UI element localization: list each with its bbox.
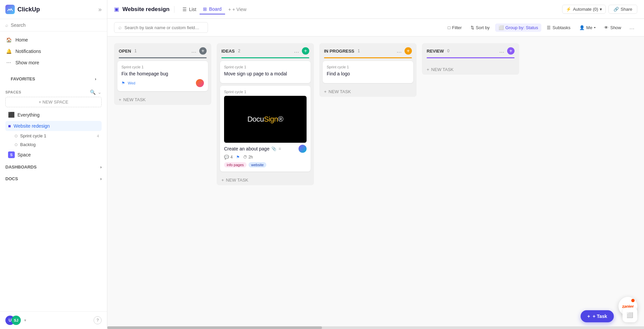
toolbar-right: □ Filter ⇅ Sort by ⬜ Group by: Status ☰ …: [444, 23, 637, 32]
new-space-button[interactable]: + NEW SPACE: [5, 97, 102, 107]
column-review-status-bar: [427, 57, 515, 58]
column-ideas-name: IDEAS: [221, 49, 235, 54]
column-review-add-button[interactable]: +: [507, 47, 515, 55]
sidebar-item-home[interactable]: 🏠 Home: [0, 34, 107, 46]
sidebar-collapse-button[interactable]: »: [98, 6, 102, 13]
column-review-menu-button[interactable]: …: [498, 47, 506, 55]
column-ideas-header: IDEAS 2 … +: [217, 43, 314, 57]
group-by-button[interactable]: ⬜ Group by: Status: [495, 23, 542, 32]
card-fix-homepage-footer: ⚑ Wed: [121, 79, 204, 87]
card-create-about[interactable]: Sprint cycle 1 DocuSign® Create an about…: [220, 86, 311, 172]
time-value: 2h: [249, 155, 253, 159]
docs-header[interactable]: DOCS ›: [0, 173, 107, 185]
docusign-image: DocuSign®: [224, 96, 307, 143]
sidebar-item-everything[interactable]: ⬛ Everything: [5, 109, 102, 120]
top-bar-right: ⚡ Automate (0) ▾ 🔗 Share: [562, 5, 637, 14]
column-in-progress-add-button[interactable]: +: [405, 47, 412, 55]
subtasks-label: Subtasks: [552, 25, 570, 30]
sidebar-search-bar[interactable]: ⌕: [0, 19, 107, 31]
tab-board[interactable]: ⊞ Board: [200, 4, 225, 14]
add-task-fab-label: + Task: [593, 314, 607, 319]
card-move-signup-sprint: Sprint cycle 1: [224, 65, 307, 69]
column-ideas-status-bar: [221, 57, 309, 58]
filter-icon: □: [448, 25, 450, 30]
column-in-progress-menu-button[interactable]: …: [395, 47, 403, 55]
spaces-section: SPACES 🔍 ⌄ + NEW SPACE ⬛ Everything ■ We…: [0, 85, 107, 161]
column-open-cards: Sprint cycle 1 Fix the homepage bug ⚑ We…: [114, 61, 211, 94]
filter-button[interactable]: □ Filter: [444, 23, 465, 32]
column-open: OPEN 1 … + Sprint cycle 1 Fix the homepa…: [114, 43, 211, 105]
new-task-ideas-icon: +: [221, 178, 224, 183]
card-create-about-time: ⏱ 2h: [243, 155, 253, 159]
card-move-signup-title: Move sign up page to a modal: [224, 71, 307, 76]
backlog-label: Backlog: [20, 142, 36, 147]
sidebar-item-notifications[interactable]: 🔔 Notifications: [0, 46, 107, 57]
column-review-cards: [422, 61, 519, 64]
column-ideas-menu-button[interactable]: …: [292, 47, 301, 55]
subtasks-icon: ☰: [547, 25, 551, 30]
add-task-fab-icon: +: [587, 314, 590, 319]
docs-chevron-icon: ›: [100, 176, 102, 181]
share-button[interactable]: 🔗 Share: [608, 5, 637, 14]
column-open-add-button[interactable]: +: [199, 47, 207, 55]
dashboards-chevron-icon: ›: [100, 164, 102, 170]
backlog-dot-icon: [15, 143, 17, 146]
column-in-progress-cards: Sprint cycle 1 Find a logo: [319, 61, 417, 86]
dashboards-header[interactable]: DASHBOARDS ›: [0, 161, 107, 173]
add-task-fab-button[interactable]: + + Task: [581, 310, 614, 322]
sidebar-item-backlog[interactable]: Backlog: [5, 140, 102, 149]
grid-view-fab-button[interactable]: ⬜: [623, 308, 637, 322]
show-icon: 👁: [604, 25, 608, 30]
user-avatar-sj[interactable]: SJ: [11, 316, 21, 325]
automate-label: Automate (0): [573, 7, 598, 12]
board-horizontal-scrollbar[interactable]: [107, 326, 644, 329]
tab-list[interactable]: ☰ List: [179, 5, 200, 14]
group-icon: ⬜: [498, 25, 504, 30]
new-task-open-button[interactable]: + NEW TASK: [114, 94, 211, 105]
favorites-label: FAVORITES: [11, 76, 35, 81]
sidebar-item-sprint-cycle-1[interactable]: Sprint cycle 1 4: [5, 132, 102, 140]
user-chevron-icon[interactable]: ▾: [24, 318, 26, 323]
sidebar-item-website-redesign[interactable]: ■ Website redesign: [5, 121, 102, 131]
card-fix-homepage-title: Fix the homepage bug: [121, 71, 204, 76]
column-in-progress-header: IN PROGRESS 1 … +: [319, 43, 417, 57]
favorites-chevron-icon: ›: [95, 76, 96, 81]
column-open-menu-button[interactable]: …: [190, 47, 198, 55]
card-move-signup[interactable]: Sprint cycle 1 Move sign up page to a mo…: [220, 61, 311, 83]
app-name: ClickUp: [17, 6, 40, 13]
column-ideas-add-button[interactable]: +: [302, 47, 309, 55]
task-search-input[interactable]: [124, 25, 204, 30]
spaces-chevron-icon[interactable]: ⌄: [98, 89, 102, 95]
favorites-header[interactable]: FAVORITES ›: [5, 73, 102, 85]
more-options-button[interactable]: …: [627, 23, 637, 32]
spaces-search-icon[interactable]: 🔍: [90, 89, 96, 95]
new-task-in-progress-button[interactable]: + NEW TASK: [319, 86, 417, 97]
new-task-review-button[interactable]: + NEW TASK: [422, 64, 519, 75]
docusign-logo-text: DocuSign®: [247, 115, 283, 124]
show-button[interactable]: 👁 Show: [601, 23, 625, 32]
me-button[interactable]: 👤 Me •: [576, 23, 599, 32]
sidebar-item-space[interactable]: S Space: [5, 149, 102, 160]
card-fix-homepage[interactable]: Sprint cycle 1 Fix the homepage bug ⚑ We…: [117, 61, 208, 91]
sidebar-search-input[interactable]: [11, 22, 102, 28]
task-search-bar[interactable]: ⌕: [114, 22, 208, 33]
new-task-review-label: NEW TASK: [431, 67, 454, 72]
spaces-label: SPACES: [5, 90, 21, 94]
help-button[interactable]: ?: [94, 316, 102, 324]
subtasks-button[interactable]: ☰ Subtasks: [543, 23, 574, 32]
automate-button[interactable]: ⚡ Automate (0) ▾: [562, 5, 606, 14]
app-logo-icon: [5, 5, 15, 14]
sidebar-item-show-more[interactable]: ⋯ Show more: [0, 57, 107, 68]
sprint-cycle-dot-icon: [15, 135, 17, 137]
column-ideas-actions: … +: [292, 47, 309, 55]
column-ideas-cards: Sprint cycle 1 Move sign up page to a mo…: [217, 61, 314, 175]
sort-button[interactable]: ⇅ Sort by: [467, 23, 493, 32]
clock-icon: ⏱: [243, 155, 247, 159]
new-task-ideas-button[interactable]: + NEW TASK: [217, 175, 314, 185]
spaces-header[interactable]: SPACES 🔍 ⌄: [5, 87, 102, 97]
card-find-logo[interactable]: Sprint cycle 1 Find a logo: [323, 61, 413, 83]
column-in-progress-actions: … +: [395, 47, 412, 55]
toolbar: ⌕ □ Filter ⇅ Sort by ⬜ Group by: Status …: [107, 19, 644, 37]
share-label: Share: [621, 7, 632, 12]
add-view-button[interactable]: + + View: [225, 5, 250, 14]
